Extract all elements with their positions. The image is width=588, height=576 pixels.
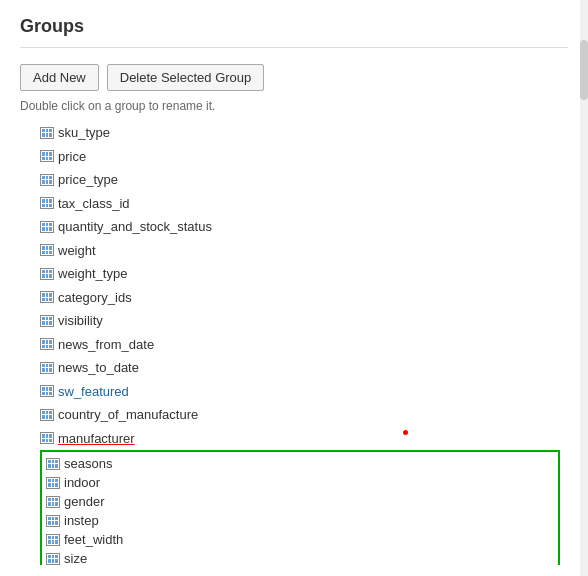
field-icon [40, 409, 54, 421]
add-new-button[interactable]: Add New [20, 64, 99, 91]
field-icon [40, 338, 54, 350]
list-item[interactable]: size [46, 549, 554, 565]
item-label: gender [64, 494, 104, 509]
list-item[interactable]: country_of_manufacture [40, 403, 564, 427]
field-icon [46, 496, 60, 508]
item-label: indoor [64, 475, 100, 490]
field-icon [46, 477, 60, 489]
tree-container[interactable]: sku_type price price_type tax_class_id q… [20, 121, 568, 565]
item-label: weight [58, 241, 96, 261]
list-item[interactable]: news_to_date [40, 356, 564, 380]
list-item[interactable]: gender [46, 492, 554, 511]
item-label: manufacturer [58, 429, 135, 449]
item-label: news_to_date [58, 358, 139, 378]
list-item[interactable]: weight_type [40, 262, 564, 286]
item-label: weight_type [58, 264, 127, 284]
item-label: seasons [64, 456, 112, 471]
item-label: sku_type [58, 123, 110, 143]
list-item[interactable]: feet_width [46, 530, 554, 549]
list-item[interactable]: seasons [46, 454, 554, 473]
list-item[interactable]: tax_class_id [40, 192, 564, 216]
item-label: visibility [58, 311, 103, 331]
field-icon [40, 197, 54, 209]
item-label: size [64, 551, 87, 565]
field-icon [40, 315, 54, 327]
list-item[interactable]: indoor [46, 473, 554, 492]
toolbar: Add New Delete Selected Group [20, 64, 568, 91]
item-label: instep [64, 513, 99, 528]
scrollbar-thumb[interactable] [580, 40, 588, 100]
green-selection-group: seasons indoor gender instep feet_width … [40, 450, 560, 565]
list-item[interactable]: instep [46, 511, 554, 530]
field-icon [46, 458, 60, 470]
item-label: category_ids [58, 288, 132, 308]
item-label: sw_featured [58, 382, 129, 402]
field-icon [40, 268, 54, 280]
list-item[interactable]: visibility [40, 309, 564, 333]
field-icon [40, 432, 54, 444]
field-icon [40, 244, 54, 256]
list-item[interactable]: price_type [40, 168, 564, 192]
page-container: Groups Add New Delete Selected Group Dou… [0, 0, 588, 576]
list-item[interactable]: manufacturer [40, 427, 564, 451]
list-item[interactable]: news_from_date [40, 333, 564, 357]
item-label: price_type [58, 170, 118, 190]
field-icon [40, 291, 54, 303]
field-icon [40, 385, 54, 397]
field-icon [40, 174, 54, 186]
field-icon [40, 150, 54, 162]
item-label: quantity_and_stock_status [58, 217, 212, 237]
field-icon [40, 362, 54, 374]
field-icon [46, 534, 60, 546]
list-item[interactable]: sku_type [40, 121, 564, 145]
field-icon [46, 515, 60, 527]
red-dot-indicator [403, 430, 408, 435]
list-item[interactable]: category_ids [40, 286, 564, 310]
item-label: country_of_manufacture [58, 405, 198, 425]
item-label: feet_width [64, 532, 123, 547]
field-icon [40, 127, 54, 139]
item-label: news_from_date [58, 335, 154, 355]
scrollbar-track[interactable] [580, 0, 588, 576]
list-item[interactable]: sw_featured [40, 380, 564, 404]
list-item[interactable]: quantity_and_stock_status [40, 215, 564, 239]
field-icon [40, 221, 54, 233]
item-label: price [58, 147, 86, 167]
list-item[interactable]: price [40, 145, 564, 169]
field-icon [46, 553, 60, 565]
list-item[interactable]: weight [40, 239, 564, 263]
page-title: Groups [20, 16, 568, 48]
item-label: tax_class_id [58, 194, 130, 214]
hint-text: Double click on a group to rename it. [20, 99, 568, 113]
delete-selected-group-button[interactable]: Delete Selected Group [107, 64, 265, 91]
